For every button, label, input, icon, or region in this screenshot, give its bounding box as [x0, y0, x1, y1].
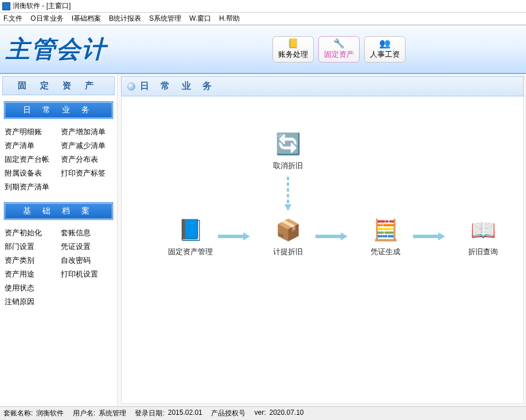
arrow-down-icon	[283, 177, 293, 213]
book-icon: 📒	[287, 39, 299, 48]
body: 固 定 资 产 日 常 业 务 资产明细账 资产增加清单 资产清单 资产减少清单…	[0, 74, 526, 406]
people-icon: 👥	[379, 39, 391, 48]
accounting-label: 账务处理	[278, 49, 308, 60]
sidebar-item-printer-setup[interactable]: 打印机设置	[60, 267, 114, 281]
node-voucher-generate-label: 凭证生成	[371, 247, 400, 257]
box-icon: 📦	[275, 217, 301, 243]
sidebar-item-asset-reduce-list[interactable]: 资产减少清单	[60, 139, 114, 153]
status-ver-label: ver:	[254, 409, 266, 418]
status-book-value: 润衡软件	[36, 409, 64, 418]
section-daily-body: 资产明细账 资产增加清单 资产清单 资产减少清单 固定资产台帐 资产分布表 附属…	[2, 123, 115, 196]
menubar: F.文件 O日常业务 I基础档案 B统计报表 S系统管理 W.窗口 H.帮助	[0, 13, 526, 25]
svg-marker-3	[243, 232, 250, 240]
sidebar-item-asset-dist[interactable]: 资产分布表	[60, 153, 114, 166]
calculator-icon: 🧮	[372, 217, 399, 243]
refresh-doc-icon: 🔄	[275, 131, 301, 157]
sidebar-item-asset-list[interactable]: 资产清单	[3, 139, 57, 153]
main: 日 常 业 务 🔄 取消折旧 📘 固定资产管理 📦 计提折旧	[118, 74, 526, 406]
sidebar-item-expire-list[interactable]: 到期资产清单	[3, 180, 57, 194]
window-title: 润衡软件 - [主窗口]	[13, 1, 71, 11]
arrow-right-icon	[218, 231, 250, 243]
menu-report[interactable]: B统计报表	[109, 14, 141, 24]
titlebar: 润衡软件 - [主窗口]	[0, 0, 526, 13]
workflow-canvas: 🔄 取消折旧 📘 固定资产管理 📦 计提折旧	[121, 96, 524, 404]
open-book-icon: 📖	[470, 217, 496, 243]
svg-rect-2	[218, 235, 243, 238]
notebook-icon: 📘	[177, 217, 204, 243]
menu-window[interactable]: W.窗口	[189, 14, 211, 24]
sidebar: 固 定 资 产 日 常 业 务 资产明细账 资产增加清单 资产清单 资产减少清单…	[0, 74, 118, 406]
node-voucher-generate[interactable]: 🧮 凭证生成	[357, 217, 414, 257]
svg-marker-1	[285, 204, 291, 211]
statusbar: 套账名称: 润衡软件 用户名: 系统管理 登录日期: 2015.02.01 产品…	[0, 406, 526, 420]
status-book-label: 套账名称:	[3, 409, 33, 418]
sidebar-item-dept-setup[interactable]: 部门设置	[3, 240, 57, 254]
sidebar-item-asset-add-list[interactable]: 资产增加清单	[60, 125, 114, 139]
sidebar-item-asset-init[interactable]: 资产初始化	[3, 226, 57, 240]
node-asset-management[interactable]: 📘 固定资产管理	[162, 217, 219, 257]
app-icon	[2, 2, 10, 10]
arrow-right-icon	[315, 231, 348, 243]
section-daily-biz[interactable]: 日 常 业 务	[3, 101, 114, 119]
main-title: 日 常 业 务	[140, 80, 216, 92]
sidebar-item-asset-usage[interactable]: 资产用途	[3, 267, 57, 281]
accounting-button[interactable]: 📒 账务处理	[272, 36, 314, 63]
asset-icon: 🔧	[333, 39, 345, 48]
sidebar-item-change-pwd[interactable]: 自改密码	[60, 254, 114, 267]
status-user-value: 系统管理	[99, 409, 126, 418]
svg-rect-4	[315, 235, 341, 238]
sidebar-item-asset-detail[interactable]: 资产明细账	[3, 125, 57, 139]
node-cancel-depreciation-label: 取消折旧	[273, 161, 303, 171]
status-date-label: 登录日期:	[135, 409, 164, 418]
status-lic-label: 产品授权号	[211, 409, 246, 418]
status-date-value: 2015.02.01	[168, 409, 202, 418]
fixed-asset-label: 固定资产	[324, 49, 354, 60]
svg-marker-5	[341, 232, 348, 240]
fixed-asset-button[interactable]: 🔧 固定资产	[318, 36, 360, 63]
menu-system[interactable]: S系统管理	[149, 14, 181, 24]
svg-marker-7	[438, 232, 445, 240]
app-logo: 主管会计	[6, 33, 107, 65]
sidebar-item-attach-equip[interactable]: 附属设备表	[3, 166, 57, 180]
section-base-data[interactable]: 基 础 档 案	[3, 202, 114, 220]
sidebar-item-voucher-setup[interactable]: 凭证设置	[60, 240, 114, 254]
header: 主管会计 📒 账务处理 🔧 固定资产 👥 人事工资	[0, 25, 526, 74]
header-buttons: 📒 账务处理 🔧 固定资产 👥 人事工资	[272, 36, 406, 63]
sidebar-item-asset-ledger[interactable]: 固定资产台帐	[3, 153, 57, 166]
section-base-body: 资产初始化 套账信息 部门设置 凭证设置 资产类别 自改密码 资产用途 打印机设…	[2, 224, 115, 311]
menu-file[interactable]: F.文件	[3, 14, 22, 24]
menu-daily[interactable]: O日常业务	[30, 14, 63, 24]
node-calc-depreciation[interactable]: 📦 计提折旧	[259, 217, 317, 257]
hr-salary-label: 人事工资	[370, 49, 400, 60]
node-calc-depreciation-label: 计提折旧	[273, 247, 303, 257]
svg-rect-6	[413, 235, 438, 238]
node-asset-management-label: 固定资产管理	[168, 247, 213, 257]
menu-help[interactable]: H.帮助	[219, 14, 240, 24]
status-ver-value: 2020.07.10	[269, 409, 303, 418]
node-depreciation-query-label: 折旧查询	[468, 247, 498, 257]
menu-base[interactable]: I基础档案	[72, 14, 101, 24]
bullet-icon	[127, 83, 135, 91]
sidebar-item-asset-category[interactable]: 资产类别	[3, 254, 57, 267]
sidebar-item-book-info[interactable]: 套账信息	[60, 226, 114, 240]
sidebar-item-print-label[interactable]: 打印资产标签	[60, 166, 114, 180]
node-depreciation-query[interactable]: 📖 折旧查询	[454, 217, 512, 257]
node-cancel-depreciation[interactable]: 🔄 取消折旧	[259, 131, 317, 171]
sidebar-title: 固 定 资 产	[2, 76, 115, 95]
main-header: 日 常 业 务	[121, 76, 524, 96]
sidebar-item-use-status[interactable]: 使用状态	[3, 281, 57, 295]
arrow-right-icon	[413, 231, 445, 243]
sidebar-item-cancel-reason[interactable]: 注销原因	[3, 295, 57, 309]
status-user-label: 用户名:	[73, 409, 95, 418]
hr-salary-button[interactable]: 👥 人事工资	[364, 36, 406, 63]
